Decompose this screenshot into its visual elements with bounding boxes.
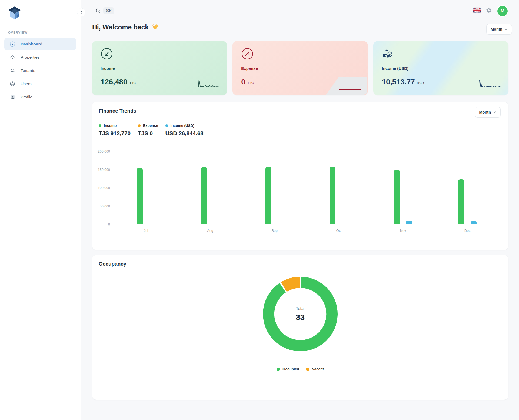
x-tick-label: Sep xyxy=(242,229,307,233)
chart-column-sep: Sep xyxy=(242,151,307,224)
sidebar-item-label: Dashboard xyxy=(21,42,42,47)
y-tick-label: 150,000 xyxy=(98,168,110,172)
x-tick-label: Jul xyxy=(114,229,178,233)
settings-gear-icon[interactable] xyxy=(486,7,492,13)
sidebar-item-properties[interactable]: Properties xyxy=(4,51,76,64)
y-tick-label: 100,000 xyxy=(98,186,110,190)
legend-item-vacant[interactable]: Vacant xyxy=(306,367,324,371)
bar-income-jul[interactable] xyxy=(137,168,143,224)
bar-income-usd-oct[interactable] xyxy=(342,224,348,224)
app-logo-icon[interactable] xyxy=(7,5,22,20)
sidebar-item-tenants[interactable]: Tenants xyxy=(4,64,76,77)
donut-rings xyxy=(263,276,338,352)
user-circle-icon xyxy=(9,81,15,87)
bar-income-sep[interactable] xyxy=(265,167,271,224)
sidebar-section-label: OVERVIEW xyxy=(8,31,28,34)
sidebar-item-users[interactable]: Users xyxy=(4,78,76,90)
stat-currency: TJS xyxy=(129,81,136,85)
x-tick-label: Aug xyxy=(178,229,242,233)
legend-label: Occupied xyxy=(282,367,299,371)
chart-column-jul: Jul xyxy=(114,151,178,224)
bar-income-usd-sep[interactable] xyxy=(278,224,284,224)
y-tick-label: 50,000 xyxy=(100,204,110,208)
bar-income-aug[interactable] xyxy=(201,167,207,224)
income-sparkline xyxy=(197,78,220,90)
stat-label: Income (USD) xyxy=(382,66,500,71)
house-icon xyxy=(9,54,15,60)
donut-segment-occupied[interactable] xyxy=(268,282,332,346)
chart-column-dec: Dec xyxy=(435,151,500,224)
stat-currency: TJS xyxy=(247,81,254,85)
finance-chart-plot: 050,000100,000150,000200,000 JulAugSepOc… xyxy=(114,151,500,224)
greeting-text: Hi, Welcome back xyxy=(92,23,149,31)
stat-value: 0 xyxy=(241,78,245,86)
expense-flat-sparkline xyxy=(339,89,361,90)
chart-column-aug: Aug xyxy=(178,151,242,224)
people-icon xyxy=(9,68,15,74)
chevron-down-icon xyxy=(504,28,508,31)
occupied-legend-dot xyxy=(277,368,280,371)
bar-income-usd-dec[interactable] xyxy=(471,221,477,224)
period-select[interactable]: Month xyxy=(486,24,512,35)
arrow-down-left-circle-icon xyxy=(101,48,113,60)
stat-value: 126,480 xyxy=(101,78,127,86)
search-shortcut-badge: ⌘K xyxy=(103,7,114,14)
user-avatar[interactable]: M xyxy=(497,6,508,16)
chevron-left-icon xyxy=(80,11,83,14)
sidebar-item-label: Users xyxy=(21,81,31,86)
hand-receive-money-icon xyxy=(382,48,394,60)
waving-hand-icon xyxy=(151,24,159,31)
profile-photo-icon xyxy=(9,94,15,100)
finance-bar-chart: 050,000100,000150,000200,000 JulAugSepOc… xyxy=(92,102,501,250)
sidebar-item-label: Profile xyxy=(21,95,32,100)
sidebar-item-label: Tenants xyxy=(21,68,35,73)
stat-label: Expense xyxy=(241,66,359,71)
sidebar-item-label: Properties xyxy=(21,55,40,60)
sidebar-item-dashboard[interactable]: Dashboard xyxy=(4,38,76,50)
legend-label: Vacant xyxy=(312,367,324,371)
dashboard-app: OVERVIEW Dashboard xyxy=(0,0,519,420)
bar-income-nov[interactable] xyxy=(394,170,400,225)
y-tick-label: 200,000 xyxy=(98,150,110,153)
chart-column-nov: Nov xyxy=(371,151,435,224)
stats-row: Income 126,480 TJS Expense 0 TJS xyxy=(92,41,508,95)
sidebar-item-profile[interactable]: Profile xyxy=(4,91,76,103)
chart-column-oct: Oct xyxy=(307,151,371,224)
arrow-up-right-circle-icon xyxy=(241,48,254,60)
bar-income-dec[interactable] xyxy=(458,179,464,224)
x-tick-label: Nov xyxy=(371,229,435,233)
stat-value: 10,513.77 xyxy=(382,78,415,86)
income-stat-card: Income 126,480 TJS xyxy=(92,41,227,95)
bar-income-usd-nov[interactable] xyxy=(406,221,412,224)
occupancy-legend: Occupied Vacant xyxy=(92,367,508,371)
page-title: Hi, Welcome back xyxy=(92,23,159,31)
finance-chart-columns: JulAugSepOctNovDec xyxy=(114,151,500,224)
stat-label: Income xyxy=(101,66,218,71)
sidebar-nav: Dashboard Properties xyxy=(4,38,76,103)
legend-item-occupied[interactable]: Occupied xyxy=(277,367,299,371)
expense-stat-card: Expense 0 TJS xyxy=(232,41,368,95)
period-select-value: Month xyxy=(491,27,502,31)
stat-currency: USD xyxy=(417,81,424,85)
occupancy-card: Occupancy Total 33 Occupied Vacant xyxy=(92,255,508,400)
vacant-legend-dot xyxy=(306,368,309,371)
bar-income-oct[interactable] xyxy=(330,167,335,224)
x-tick-label: Oct xyxy=(307,229,371,233)
occupancy-donut-chart: Total 33 xyxy=(263,276,338,352)
x-tick-label: Dec xyxy=(435,229,500,233)
y-tick-label: 0 xyxy=(108,223,110,226)
sidebar: OVERVIEW Dashboard xyxy=(0,0,81,420)
income-usd-stat-card: Income (USD) 10,513.77 USD xyxy=(373,41,508,95)
search-icon[interactable] xyxy=(95,8,101,14)
finance-trends-card: Finance Trends Month Income TJS 912,770 … xyxy=(92,102,508,250)
gauge-icon xyxy=(9,41,15,47)
income-usd-sparkline xyxy=(479,78,501,90)
sidebar-collapse-button[interactable] xyxy=(77,8,85,16)
occupancy-divider xyxy=(99,362,502,362)
uk-flag-icon[interactable] xyxy=(473,8,481,13)
occupancy-title: Occupancy xyxy=(99,261,126,267)
